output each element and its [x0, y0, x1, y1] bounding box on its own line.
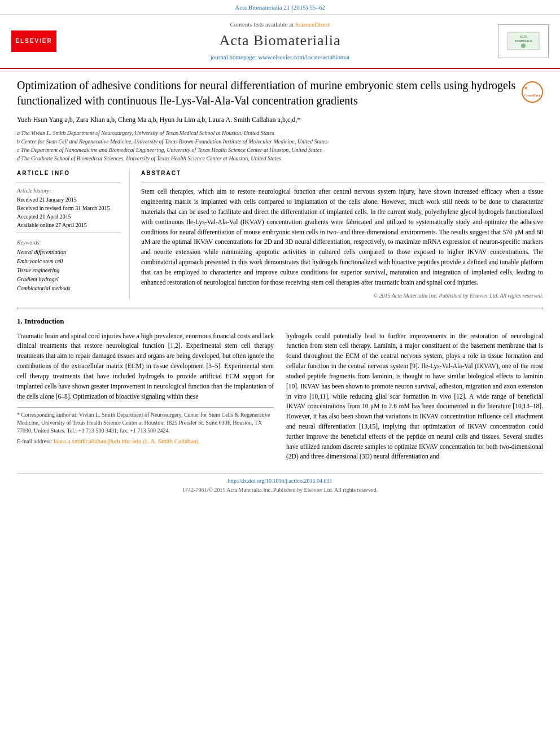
affiliation-d: d The Graduate School of Biomedical Scie… [17, 154, 543, 163]
footnote: * Corresponding author at: Vivian L. Smi… [17, 407, 274, 445]
journal-homepage: journal homepage: www.elsevier.com/locat… [79, 53, 481, 62]
intro-columns: Traumatic brain and spinal cord injuries… [17, 331, 543, 467]
affiliation-b: b Center for Stem Cell and Regenerative … [17, 137, 543, 146]
logo-graphic: ACTA BIOMATERIALIA [506, 31, 540, 51]
homepage-link[interactable]: journal homepage: www.elsevier.com/locat… [211, 54, 350, 60]
abstract-heading: ABSTRACT [141, 169, 543, 177]
article-title-section: Optimization of adhesive conditions for … [17, 78, 543, 108]
keywords-label: Keywords: [17, 239, 120, 247]
intro-left-col: Traumatic brain and spinal cord injuries… [17, 331, 274, 467]
content-area: Optimization of adhesive conditions for … [0, 69, 560, 507]
online-date: Available online 27 April 2015 [17, 221, 120, 229]
journal-title: Acta Biomaterialia [79, 30, 481, 51]
article-info-abstract-columns: ARTICLE INFO Article history: Received 2… [17, 169, 543, 300]
issn-line: 1742-7061/© 2015 Acta Materialia Inc. Pu… [17, 486, 543, 494]
doi-anchor[interactable]: http://dx.doi.org/10.1016/j.actbio.2015.… [228, 478, 332, 484]
divider-1 [17, 182, 120, 182]
divider-2 [17, 233, 120, 233]
body-divider [17, 308, 543, 308]
intro-right-text: hydrogels could potentially lead to furt… [286, 331, 543, 462]
sciencedirect-label: Contents lists available at [230, 21, 294, 28]
journal-logo-box: ACTA BIOMATERIALIA [498, 24, 549, 58]
intro-title: Introduction [24, 317, 64, 325]
intro-number: 1. [17, 317, 23, 325]
affiliation-a: a The Vivian L. Smith Department of Neur… [17, 129, 543, 137]
authors-text: Yueh-Hsun Yang a,b, Zara Khan a,b, Cheng… [17, 116, 300, 124]
email-label: E-mail address: [17, 438, 52, 444]
elsevier-label: ELSEVIER [15, 37, 52, 45]
received-date: Received 21 January 2015 [17, 196, 120, 204]
journal-logo-area: ACTA BIOMATERIALIA [481, 24, 549, 58]
copyright-line: © 2015 Acta Materialia Inc. Published by… [141, 292, 543, 300]
svg-text:BIOMATERIALIA: BIOMATERIALIA [515, 40, 532, 42]
keyword-4: Combinatorial methods [17, 284, 120, 293]
doi-link[interactable]: http://dx.doi.org/10.1016/j.actbio.2015.… [17, 477, 543, 485]
abstract-text: Stem cell therapies, which aim to restor… [141, 187, 543, 287]
revised-date: Received in revised form 31 March 2015 [17, 204, 120, 212]
footnote-text: * Corresponding author at: Vivian L. Smi… [17, 411, 274, 435]
keywords-section: Keywords: Neural differentiation Embryon… [17, 239, 120, 293]
introduction-section: 1. Introduction Traumatic brain and spin… [17, 316, 543, 466]
authors-line: Yueh-Hsun Yang a,b, Zara Khan a,b, Cheng… [17, 115, 543, 125]
elsevier-logo-area: ELSEVIER [11, 30, 79, 52]
intro-section-title: 1. Introduction [17, 316, 543, 326]
journal-citation-bar: Acta Biomaterialia 21 (2015) 55–62 [0, 0, 560, 15]
accepted-date: Accepted 21 April 2015 [17, 213, 120, 221]
elsevier-logo: ELSEVIER [11, 30, 56, 52]
intro-right-col: hydrogels could potentially lead to furt… [286, 331, 543, 467]
journal-header: ELSEVIER Contents lists available at Sci… [0, 15, 560, 68]
keyword-2: Tissue engineering [17, 266, 120, 275]
journal-title-area: Contents lists available at ScienceDirec… [79, 20, 481, 62]
article-info-heading: ARTICLE INFO [17, 169, 120, 177]
sciencedirect-line: Contents lists available at ScienceDirec… [79, 20, 481, 29]
abstract-column: ABSTRACT Stem cell therapies, which aim … [141, 169, 543, 300]
email-line: E-mail address: laura.a.smithcallahan@ut… [17, 437, 274, 445]
keyword-3: Gradient hydrogel [17, 275, 120, 284]
affiliations: a The Vivian L. Smith Department of Neur… [17, 129, 543, 163]
journal-citation-text: Acta Biomaterialia 21 (2015) 55–62 [235, 4, 325, 11]
svg-point-3 [521, 43, 526, 48]
email-address[interactable]: laura.a.smithcallahan@uth.tmc.edu (L.A. … [54, 438, 200, 444]
abstract-divider [141, 182, 543, 182]
intro-left-text: Traumatic brain and spinal cord injuries… [17, 331, 274, 402]
crossmark-label: ✕CrossMark [524, 85, 540, 98]
article-info-column: ARTICLE INFO Article history: Received 2… [17, 169, 130, 300]
keyword-0: Neural differentiation [17, 248, 120, 257]
bottom-links: http://dx.doi.org/10.1016/j.actbio.2015.… [17, 473, 543, 494]
sciencedirect-link[interactable]: ScienceDirect [295, 21, 330, 28]
affiliation-c: c The Department of Nanomedicine and Bio… [17, 146, 543, 154]
keyword-1: Embryonic stem cell [17, 257, 120, 266]
history-label: Article history: [17, 187, 120, 195]
article-title: Optimization of adhesive conditions for … [17, 78, 516, 108]
svg-text:ACTA: ACTA [520, 35, 528, 38]
crossmark-badge[interactable]: ✕CrossMark [522, 81, 543, 103]
